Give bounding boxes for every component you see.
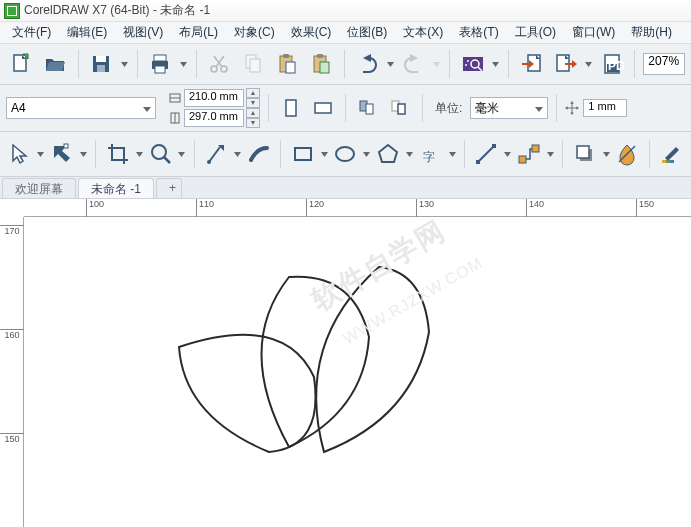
save-dropdown[interactable] xyxy=(120,50,128,78)
svg-rect-81 xyxy=(519,156,526,163)
nudge-input[interactable]: 1 mm xyxy=(583,99,627,117)
tab-welcome[interactable]: 欢迎屏幕 xyxy=(2,178,76,198)
svg-rect-51 xyxy=(398,104,405,114)
search-button[interactable] xyxy=(458,48,488,80)
dimension-flyout[interactable] xyxy=(504,140,512,168)
ellipse-tool[interactable] xyxy=(332,138,359,170)
menu-table[interactable]: 表格(T) xyxy=(451,22,506,43)
ruler-tick: 150 xyxy=(636,199,654,217)
crop-flyout[interactable] xyxy=(135,140,143,168)
landscape-button[interactable] xyxy=(309,94,337,122)
svg-marker-36 xyxy=(572,60,577,68)
svg-marker-70 xyxy=(321,152,328,157)
property-bar: A4 210.0 mm ▲▼ 297.0 mm ▲▼ 单位: 毫米 1 mm xyxy=(0,85,691,132)
separator xyxy=(449,50,450,78)
polygon-flyout[interactable] xyxy=(406,140,414,168)
page-height-input[interactable]: 297.0 mm xyxy=(184,109,244,127)
svg-rect-87 xyxy=(662,160,666,163)
menubar: 文件(F) 编辑(E) 视图(V) 布局(L) 对象(C) 效果(C) 位图(B… xyxy=(0,22,691,44)
svg-marker-65 xyxy=(178,152,185,157)
menu-tools[interactable]: 工具(O) xyxy=(507,22,564,43)
text-flyout[interactable] xyxy=(448,140,456,168)
export-dropdown[interactable] xyxy=(584,50,592,78)
import-button[interactable] xyxy=(517,48,547,80)
eyedropper-tool[interactable] xyxy=(658,138,685,170)
tab-add-button[interactable]: + xyxy=(156,178,182,198)
drop-shadow-tool[interactable] xyxy=(571,138,598,170)
ellipse-flyout[interactable] xyxy=(363,140,371,168)
connector-tool[interactable] xyxy=(516,138,543,170)
menu-object[interactable]: 对象(C) xyxy=(226,22,283,43)
paper-size-combo[interactable]: A4 xyxy=(6,97,156,119)
tab-document[interactable]: 未命名 -1 xyxy=(78,178,154,198)
redo-button[interactable] xyxy=(399,48,429,80)
menu-bitmap[interactable]: 位图(B) xyxy=(339,22,395,43)
redo-dropdown[interactable] xyxy=(432,50,440,78)
transparency-tool[interactable] xyxy=(614,138,641,170)
artistic-media-tool[interactable] xyxy=(245,138,272,170)
connector-flyout[interactable] xyxy=(547,140,555,168)
ruler-vertical[interactable]: 170 160 150 140 xyxy=(0,217,24,527)
separator xyxy=(422,94,423,122)
freehand-flyout[interactable] xyxy=(234,140,242,168)
menu-file[interactable]: 文件(F) xyxy=(4,22,59,43)
paste-style-button[interactable] xyxy=(306,48,336,80)
crop-tool[interactable] xyxy=(104,138,131,170)
rectangle-flyout[interactable] xyxy=(320,140,328,168)
svg-marker-58 xyxy=(37,152,44,157)
separator xyxy=(78,50,79,78)
zoom-tool[interactable] xyxy=(147,138,174,170)
text-tool[interactable]: 字 xyxy=(417,138,444,170)
dimension-tool[interactable] xyxy=(473,138,500,170)
pick-tool[interactable] xyxy=(6,138,33,170)
svg-marker-76 xyxy=(449,152,456,157)
pick-flyout[interactable] xyxy=(37,140,45,168)
zoom-flyout[interactable] xyxy=(178,140,186,168)
portrait-button[interactable] xyxy=(277,94,305,122)
separator xyxy=(344,50,345,78)
svg-text:PDF: PDF xyxy=(608,59,624,73)
cut-button[interactable] xyxy=(205,48,235,80)
menu-help[interactable]: 帮助(H) xyxy=(623,22,680,43)
new-button[interactable] xyxy=(6,48,36,80)
svg-point-67 xyxy=(207,160,211,164)
paste-button[interactable] xyxy=(272,48,302,80)
height-spinner[interactable]: ▲▼ xyxy=(246,108,260,128)
width-spinner[interactable]: ▲▼ xyxy=(246,88,260,108)
menu-view[interactable]: 视图(V) xyxy=(115,22,171,43)
menu-edit[interactable]: 编辑(E) xyxy=(59,22,115,43)
shape-flyout[interactable] xyxy=(80,140,88,168)
ruler-horizontal[interactable]: 100 110 120 130 140 150 xyxy=(24,199,691,217)
svg-marker-22 xyxy=(387,62,394,67)
copy-button[interactable] xyxy=(238,48,268,80)
shape-tool[interactable] xyxy=(49,138,76,170)
menu-effects[interactable]: 效果(C) xyxy=(283,22,340,43)
svg-rect-85 xyxy=(577,146,589,158)
menu-window[interactable]: 窗口(W) xyxy=(564,22,623,43)
print-button[interactable] xyxy=(146,48,176,80)
menu-text[interactable]: 文本(X) xyxy=(395,22,451,43)
toolbox: 字 xyxy=(0,132,691,177)
svg-rect-19 xyxy=(317,54,323,58)
search-dropdown[interactable] xyxy=(492,50,500,78)
units-combo[interactable]: 毫米 xyxy=(470,97,548,119)
zoom-input[interactable]: 207% xyxy=(643,53,684,75)
menu-layout[interactable]: 布局(L) xyxy=(171,22,226,43)
export-button[interactable] xyxy=(551,48,581,80)
print-dropdown[interactable] xyxy=(179,50,187,78)
undo-button[interactable] xyxy=(353,48,383,80)
publish-pdf-button[interactable]: PDF xyxy=(597,48,627,80)
rectangle-tool[interactable] xyxy=(289,138,316,170)
shadow-flyout[interactable] xyxy=(602,140,610,168)
undo-dropdown[interactable] xyxy=(386,50,394,78)
separator xyxy=(562,140,563,168)
page-width-input[interactable]: 210.0 mm xyxy=(184,89,244,107)
freehand-tool[interactable] xyxy=(203,138,230,170)
current-page-button[interactable] xyxy=(386,94,414,122)
drawing-canvas[interactable]: 软件自学网 WWW.RJZXW.COM xyxy=(24,217,691,527)
separator xyxy=(95,140,96,168)
save-button[interactable] xyxy=(86,48,116,80)
open-button[interactable] xyxy=(40,48,70,80)
polygon-tool[interactable] xyxy=(375,138,402,170)
all-pages-button[interactable] xyxy=(354,94,382,122)
